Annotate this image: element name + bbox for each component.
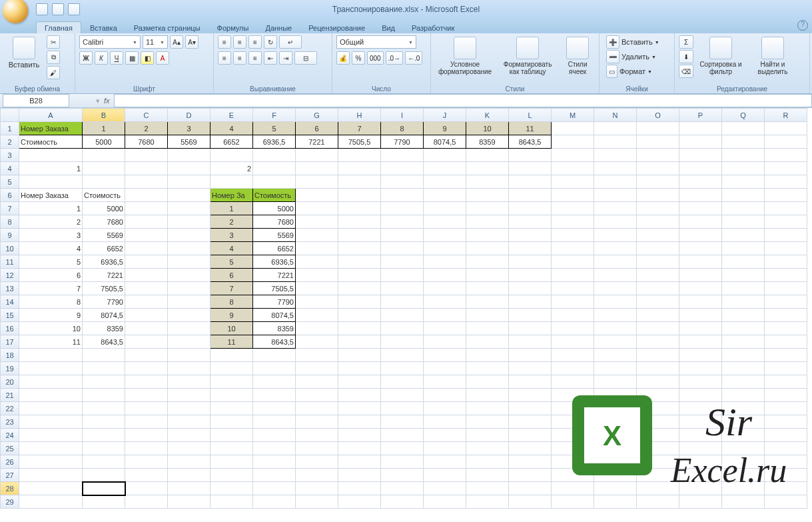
cell[interactable]: [594, 362, 637, 375]
cell[interactable]: [338, 255, 381, 269]
cell[interactable]: [424, 322, 466, 335]
delete-cells-button[interactable]: ➖Удалить▼: [604, 50, 659, 63]
help-icon[interactable]: ?: [797, 20, 808, 31]
cell[interactable]: [466, 349, 509, 362]
cell[interactable]: 1: [83, 122, 125, 135]
cell[interactable]: [722, 202, 765, 215]
cell[interactable]: [594, 389, 637, 402]
cell[interactable]: [83, 149, 125, 162]
cell[interactable]: [83, 175, 125, 189]
cell[interactable]: [381, 482, 424, 495]
row-header[interactable]: 20: [1, 375, 19, 389]
cell[interactable]: [509, 389, 552, 402]
cell[interactable]: [466, 322, 509, 335]
cell[interactable]: [296, 429, 338, 442]
cell[interactable]: [296, 295, 338, 309]
cell[interactable]: [679, 269, 722, 282]
cell[interactable]: [637, 415, 679, 429]
cell[interactable]: [253, 455, 296, 469]
cell[interactable]: [509, 349, 552, 362]
cell[interactable]: [765, 482, 807, 495]
cell[interactable]: [210, 469, 253, 482]
cell[interactable]: [424, 149, 466, 162]
column-header[interactable]: O: [637, 109, 679, 122]
cell[interactable]: [381, 402, 424, 415]
cell[interactable]: [338, 442, 381, 455]
cell[interactable]: 7790: [381, 135, 424, 149]
cell[interactable]: [637, 322, 679, 335]
cell[interactable]: [125, 335, 168, 349]
cell[interactable]: [552, 375, 594, 389]
cell[interactable]: [381, 175, 424, 189]
cell[interactable]: [424, 242, 466, 255]
cell[interactable]: 8: [210, 295, 253, 309]
cell[interactable]: [594, 455, 637, 469]
cell[interactable]: 7: [210, 282, 253, 295]
cell[interactable]: [253, 402, 296, 415]
cell[interactable]: [210, 442, 253, 455]
format-cells-button[interactable]: ▭Формат▼: [604, 65, 655, 78]
align-left-button[interactable]: ≡: [218, 51, 231, 65]
cell[interactable]: 7221: [253, 269, 296, 282]
cell[interactable]: [765, 402, 807, 415]
cell[interactable]: [637, 402, 679, 415]
cell[interactable]: [381, 375, 424, 389]
cell[interactable]: 3: [168, 122, 210, 135]
cell[interactable]: [168, 469, 210, 482]
cell[interactable]: [722, 242, 765, 255]
column-header[interactable]: G: [296, 109, 338, 122]
cell[interactable]: [125, 242, 168, 255]
cell[interactable]: 5569: [168, 135, 210, 149]
align-bottom-button[interactable]: ≡: [248, 35, 262, 49]
cell[interactable]: 2: [125, 122, 168, 135]
cell[interactable]: [296, 202, 338, 215]
cell[interactable]: [210, 362, 253, 375]
cell[interactable]: [722, 429, 765, 442]
cell[interactable]: [679, 482, 722, 495]
cell[interactable]: [381, 282, 424, 295]
column-header[interactable]: L: [509, 109, 552, 122]
cell[interactable]: 5: [19, 255, 83, 269]
format-as-table-button[interactable]: Форматировать как таблицу: [498, 35, 558, 77]
cell[interactable]: [466, 402, 509, 415]
cell[interactable]: [19, 349, 83, 362]
cell[interactable]: [381, 255, 424, 269]
cell[interactable]: [296, 375, 338, 389]
cell[interactable]: [338, 149, 381, 162]
cell[interactable]: [637, 242, 679, 255]
row-header[interactable]: 21: [1, 389, 19, 402]
cell[interactable]: 9: [424, 122, 466, 135]
cell[interactable]: [381, 149, 424, 162]
row-header[interactable]: 12: [1, 269, 19, 282]
cell[interactable]: [125, 175, 168, 189]
cell[interactable]: 8359: [83, 322, 125, 335]
cell[interactable]: [552, 362, 594, 375]
cell[interactable]: [381, 415, 424, 429]
cell[interactable]: [594, 282, 637, 295]
cell[interactable]: [168, 229, 210, 242]
cell[interactable]: [679, 189, 722, 202]
cell[interactable]: [424, 282, 466, 295]
cell[interactable]: [466, 335, 509, 349]
cell[interactable]: [509, 282, 552, 295]
cell[interactable]: [637, 375, 679, 389]
cell[interactable]: [338, 162, 381, 175]
cell[interactable]: 10: [210, 322, 253, 335]
cell[interactable]: [509, 469, 552, 482]
column-header[interactable]: J: [424, 109, 466, 122]
cell[interactable]: [552, 242, 594, 255]
cell[interactable]: [765, 362, 807, 375]
cell[interactable]: [722, 229, 765, 242]
cell[interactable]: [168, 482, 210, 495]
cell[interactable]: 6: [210, 269, 253, 282]
column-header[interactable]: E: [210, 109, 253, 122]
cell[interactable]: [125, 215, 168, 229]
cell[interactable]: [679, 322, 722, 335]
cell[interactable]: [679, 255, 722, 269]
cell[interactable]: [552, 442, 594, 455]
cell[interactable]: [594, 495, 637, 509]
column-header[interactable]: D: [168, 109, 210, 122]
cell[interactable]: [168, 309, 210, 322]
cell[interactable]: [19, 482, 83, 495]
cell[interactable]: [637, 335, 679, 349]
